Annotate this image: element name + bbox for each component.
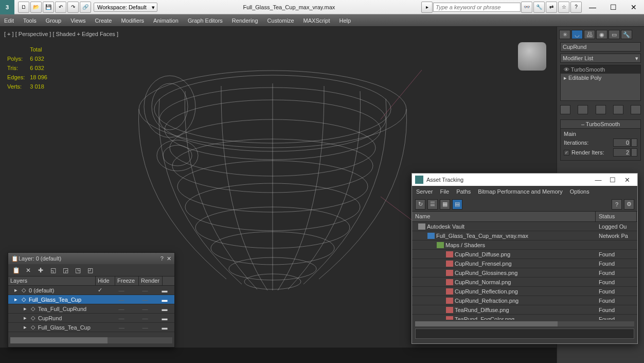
asset-menu-paths[interactable]: Paths (456, 188, 471, 195)
asset-menu-file[interactable]: File (440, 188, 449, 195)
redo-button[interactable]: ↷ (67, 2, 79, 13)
info-toggle[interactable]: ▸ (421, 2, 433, 13)
configure-sets-icon[interactable] (631, 105, 641, 114)
layer-scrollbar[interactable] (10, 337, 172, 343)
tab-create[interactable]: ✳ (559, 30, 570, 39)
layer-row[interactable]: ▸◇Tea_Full_CupRund——▬ (8, 304, 174, 314)
menu-maxscript[interactable]: MAXScript (303, 18, 330, 24)
workspace-dropdown[interactable]: Workspace: Default (94, 3, 157, 12)
search-icon[interactable]: 👓 (521, 2, 532, 13)
select-layer-icon[interactable]: ◱ (48, 266, 58, 275)
render-iters-checkbox[interactable]: ✓ (564, 150, 569, 155)
minimize-button[interactable]: — (582, 0, 603, 14)
asset-scrollbar[interactable] (415, 321, 634, 326)
menu-animation[interactable]: Animation (153, 18, 178, 24)
search-input[interactable] (433, 3, 521, 12)
turbosmooth-rollout-header[interactable]: – TurboSmooth (560, 119, 641, 129)
delete-layer-icon[interactable]: ✕ (24, 266, 33, 275)
menu-create[interactable]: Create (95, 18, 112, 24)
asset-row[interactable]: TeaRund_FogColor.pngFound (412, 315, 637, 320)
menu-tools[interactable]: Tools (23, 18, 37, 24)
close-button[interactable]: ✕ (623, 0, 644, 14)
layer-row[interactable]: ▸◇0 (default)✓——▬ (8, 286, 174, 295)
highlight-layer-icon[interactable]: ◲ (61, 266, 70, 275)
layer-col-layers[interactable]: Layers (8, 276, 96, 285)
asset-min-button[interactable]: — (591, 176, 605, 184)
menu-customize[interactable]: Customize (267, 18, 294, 24)
asset-row[interactable]: CupRund_Refraction.pngFound (412, 296, 637, 305)
asset-row[interactable]: CupRund_Diffuse.pngFound (412, 250, 637, 259)
asset-row[interactable]: Maps / Shaders (412, 240, 637, 250)
iterations-spinner[interactable]: 0 (613, 139, 631, 147)
new-layer-icon[interactable]: 📋 (11, 266, 21, 275)
asset-col-name[interactable]: Name (412, 212, 596, 221)
modifier-stack[interactable]: 👁 TurboSmooth▸ Editable Poly (560, 65, 641, 101)
viewcube[interactable] (518, 42, 546, 71)
asset-col-status[interactable]: Status (596, 212, 637, 221)
render-iters-spinner[interactable]: 2 (613, 148, 631, 157)
list-view-icon[interactable]: ☰ (427, 199, 438, 210)
asset-menu-options[interactable]: Options (570, 188, 589, 195)
menu-graph-editors[interactable]: Graph Editors (188, 18, 223, 24)
menu-views[interactable]: Views (70, 18, 85, 24)
link-button[interactable]: 🔗 (80, 2, 91, 13)
add-to-layer-icon[interactable]: ✚ (36, 266, 45, 275)
asset-row[interactable]: Full_Glass_Tea_Cup_max_vray.maxNetwork P… (412, 231, 637, 240)
layer-panel-close-icon[interactable]: ✕ (167, 255, 171, 262)
menu-edit[interactable]: Edit (4, 18, 14, 24)
layer-row[interactable]: ▸◇Full_Glass_Tea_Cup——▬ (8, 323, 174, 332)
tab-display[interactable]: ▭ (609, 30, 620, 39)
render-iters-spinner-arrows[interactable] (631, 148, 637, 157)
asset-row[interactable]: TeaRund_Diffuse.pngFound (412, 305, 637, 315)
asset-max-button[interactable]: ☐ (605, 176, 620, 184)
menu-help[interactable]: Help (339, 18, 351, 24)
refresh-icon[interactable]: ↻ (415, 199, 425, 210)
new-button[interactable]: 🗋 (18, 2, 29, 13)
asset-path-input[interactable] (415, 329, 634, 339)
tab-hierarchy[interactable]: 品 (584, 30, 595, 39)
modifier-list-dropdown[interactable]: Modifier List (560, 54, 641, 63)
asset-row[interactable]: CupRund_Frensel.pngFound (412, 259, 637, 268)
object-name-field[interactable]: CupRund (560, 42, 641, 51)
iterations-spinner-arrows[interactable] (631, 139, 637, 147)
tree-view-icon[interactable]: ▦ (440, 199, 450, 210)
undo-button[interactable]: ↶ (55, 2, 66, 13)
asset-row[interactable]: CupRund_Normal.pngFound (412, 278, 637, 287)
menu-rendering[interactable]: Rendering (232, 18, 258, 24)
asset-menu-bitmap-performance-and-memory[interactable]: Bitmap Performance and Memory (478, 188, 562, 195)
modifier-editable poly[interactable]: ▸ Editable Poly (561, 74, 640, 82)
table-view-icon[interactable]: ▤ (452, 199, 462, 210)
asset-row[interactable]: CupRund_Reflection.pngFound (412, 287, 637, 296)
asset-row[interactable]: CupRund_Glossines.pngFound (412, 268, 637, 278)
modifier-turbosmooth[interactable]: 👁 TurboSmooth (561, 65, 640, 74)
layer-panel-titlebar[interactable]: 📋 Layer: 0 (default) ? ✕ (8, 253, 174, 264)
exchange-icon[interactable]: ⇄ (546, 2, 557, 13)
open-button[interactable]: 📂 (30, 2, 42, 13)
menu-modifiers[interactable]: Modifiers (121, 18, 144, 24)
freeze-layer-icon[interactable]: ◰ (85, 266, 95, 275)
layer-row[interactable]: ▸◇CupRund——▬ (8, 314, 174, 323)
key-icon[interactable]: 🔧 (533, 2, 545, 13)
hide-layer-icon[interactable]: ◳ (73, 266, 82, 275)
asset-row[interactable]: Autodesk VaultLogged Ou (412, 222, 637, 231)
layer-row[interactable]: ▸◇Full_Glass_Tea_Cup——▬ (8, 295, 174, 304)
layer-col-hide[interactable]: Hide (96, 276, 115, 285)
asset-tracking-titlebar[interactable]: Asset Tracking — ☐ ✕ (412, 174, 637, 186)
viewport-label[interactable]: [ + ] [ Perspective ] [ Shaded + Edged F… (4, 31, 118, 37)
asset-close-button[interactable]: ✕ (620, 176, 634, 184)
layer-col-freeze[interactable]: Freeze (115, 276, 139, 285)
star-icon[interactable]: ☆ (558, 2, 569, 13)
asset-menu-server[interactable]: Server (416, 188, 433, 195)
save-button[interactable]: 💾 (43, 2, 54, 13)
maximize-button[interactable]: ☐ (603, 0, 623, 14)
pin-stack-icon[interactable] (560, 105, 570, 114)
show-end-result-icon[interactable] (578, 105, 588, 114)
layer-col-render[interactable]: Render (139, 276, 163, 285)
tab-motion[interactable]: ◉ (596, 30, 607, 39)
tab-utilities[interactable]: 🔧 (621, 30, 632, 39)
settings-icon[interactable]: ⚙ (624, 199, 634, 210)
remove-modifier-icon[interactable] (613, 105, 623, 114)
help-icon[interactable]: ? (612, 199, 622, 210)
layer-help-icon[interactable]: ? (160, 255, 164, 262)
tab-modify[interactable]: ◡ (571, 30, 583, 39)
